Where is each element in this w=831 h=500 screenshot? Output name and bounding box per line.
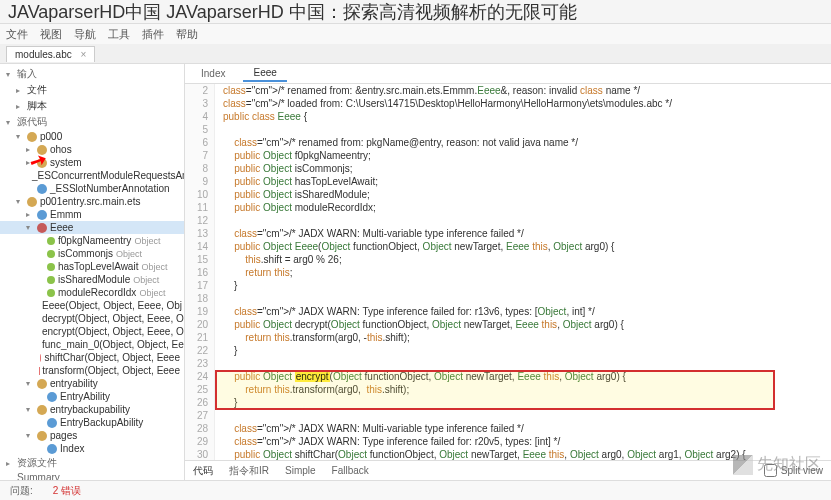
sidebar-scripts[interactable]: ▸脚本	[0, 98, 184, 114]
code-content[interactable]: class="cm">/* renamed from: &entry.src.m…	[215, 84, 831, 460]
tree-node[interactable]: f0pkgNameentry Object	[0, 234, 184, 247]
tree-node[interactable]: Eeee(Object, Object, Eeee, Obj	[0, 299, 184, 312]
menu-view[interactable]: 视图	[40, 27, 62, 42]
tree-node[interactable]: ▾p001entry.src.main.ets	[0, 195, 184, 208]
watermark-icon	[733, 455, 753, 475]
bottom-tab-code[interactable]: 代码	[193, 464, 213, 478]
menu-help[interactable]: 帮助	[176, 27, 198, 42]
sidebar-section-source[interactable]: ▾源代码	[0, 114, 184, 130]
sidebar-files[interactable]: ▸文件	[0, 82, 184, 98]
tree-node[interactable]: ▾p000	[0, 130, 184, 143]
tree-node[interactable]: ▾Eeee	[0, 221, 184, 234]
menu-bar: 文件 视图 导航 工具 插件 帮助	[0, 24, 831, 44]
tree-node[interactable]: decrypt(Object, Object, Eeee, Obj	[0, 312, 184, 325]
sidebar-section-summary[interactable]: Summary	[0, 471, 184, 480]
menu-nav[interactable]: 导航	[74, 27, 96, 42]
tree-node[interactable]: _ESConcurrentModuleRequestsAnnota	[0, 169, 184, 182]
tree-node[interactable]: isSharedModule Object	[0, 273, 184, 286]
bottom-tab-fallback[interactable]: Fallback	[332, 465, 369, 476]
tab-label: modules.abc	[15, 49, 72, 60]
sidebar-section-input[interactable]: ▾输入	[0, 66, 184, 82]
sidebar-section-resources[interactable]: ▸资源文件	[0, 455, 184, 471]
tree-node[interactable]: ▾entryability	[0, 377, 184, 390]
tree-node[interactable]: ▸Emmm	[0, 208, 184, 221]
code-editor[interactable]: 2345678910111213141516171819202122232425…	[185, 84, 831, 460]
menu-tool[interactable]: 工具	[108, 27, 130, 42]
tree-node[interactable]: EntryBackupAbility	[0, 416, 184, 429]
main: ▾输入 ▸文件 ▸脚本 ▾源代码 ▾p000▸ohos▸system_ESCon…	[0, 64, 831, 480]
title-bar: JAVaparserHD中国 JAVaparserHD 中国：探索高清视频解析的…	[0, 0, 831, 24]
tree-node[interactable]: func_main_0(Object, Object, Eee	[0, 338, 184, 351]
tree-node[interactable]: encrypt(Object, Object, Eeee, Obj	[0, 325, 184, 338]
bottom-tab-simple[interactable]: Simple	[285, 465, 316, 476]
issues-label[interactable]: 问题:	[10, 484, 33, 498]
tree-node[interactable]: ▸ohos	[0, 143, 184, 156]
sidebar: ▾输入 ▸文件 ▸脚本 ▾源代码 ▾p000▸ohos▸system_ESCon…	[0, 64, 185, 480]
tree-node[interactable]: _ESSlotNumberAnnotation	[0, 182, 184, 195]
editor-tab-index[interactable]: Index	[191, 66, 235, 81]
tree-node[interactable]: Index	[0, 442, 184, 455]
editor-area: Index Eeee 23456789101112131415161718192…	[185, 64, 831, 480]
tree-node[interactable]: moduleRecordIdx Object	[0, 286, 184, 299]
close-icon[interactable]: ×	[80, 49, 86, 60]
menu-file[interactable]: 文件	[6, 27, 28, 42]
tree-node[interactable]: ▾entrybackupability	[0, 403, 184, 416]
watermark: 先知社区	[733, 454, 821, 475]
tree-node[interactable]: EntryAbility	[0, 390, 184, 403]
tree-node[interactable]: ▾pages	[0, 429, 184, 442]
tree-node[interactable]: hasTopLevelAwait Object	[0, 260, 184, 273]
line-gutter: 2345678910111213141516171819202122232425…	[185, 84, 215, 460]
status-bar: 问题: 2 错误	[0, 480, 831, 500]
tree-node[interactable]: transform(Object, Object, Eeee	[0, 364, 184, 377]
bottom-tab-ir[interactable]: 指令和IR	[229, 464, 269, 478]
editor-tabs: Index Eeee	[185, 64, 831, 84]
tree-node[interactable]: shiftChar(Object, Object, Eeee	[0, 351, 184, 364]
top-tab[interactable]: modules.abc ×	[6, 46, 95, 62]
menu-plugin[interactable]: 插件	[142, 27, 164, 42]
error-count[interactable]: 2 错误	[53, 484, 81, 498]
app-title: JAVaparserHD中国 JAVaparserHD 中国：探索高清视频解析的…	[8, 0, 577, 24]
tree-node[interactable]: isCommonjs Object	[0, 247, 184, 260]
editor-tab-eeee[interactable]: Eeee	[243, 65, 286, 82]
top-tabs: modules.abc ×	[0, 44, 831, 64]
